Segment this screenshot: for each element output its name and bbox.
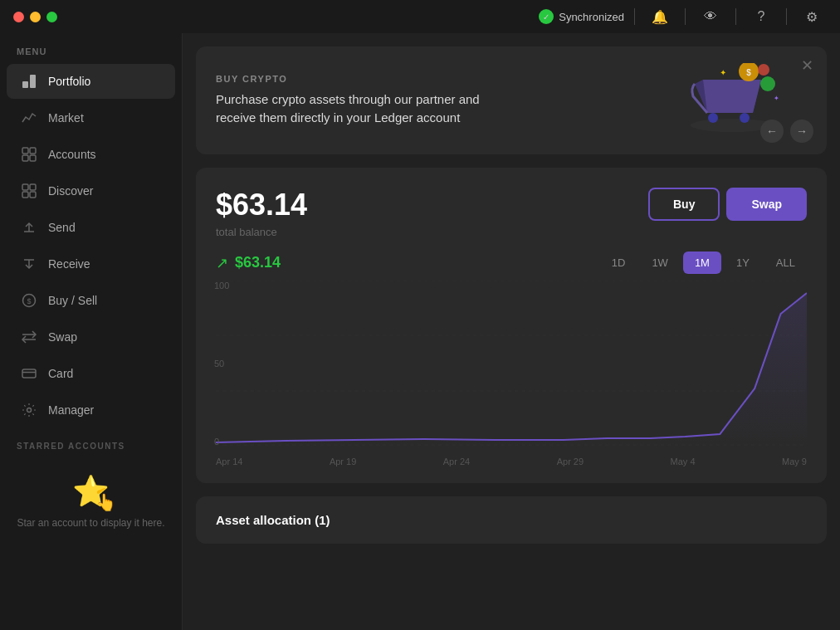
- balance-amount: $63.14: [216, 188, 307, 222]
- buy-crypto-banner: BUY CRYPTO Purchase crypto assets throug…: [196, 46, 827, 154]
- sidebar-item-receive[interactable]: Receive: [7, 247, 175, 281]
- svg-text:✦: ✦: [720, 68, 726, 77]
- starred-accounts-section: ⭐👆 Star an account to display it here.: [0, 457, 182, 547]
- sidebar-item-buy-sell[interactable]: $ Buy / Sell: [7, 283, 175, 318]
- asset-allocation-title: Asset allocation (1): [216, 513, 807, 527]
- sidebar-item-label: Swap: [48, 330, 77, 344]
- titlebar: ✓ Synchronized 🔔 👁 ? ⚙: [0, 0, 840, 33]
- sidebar-item-accounts[interactable]: Accounts: [7, 137, 175, 172]
- separator: [735, 8, 736, 25]
- svg-rect-6: [22, 184, 28, 190]
- sidebar-item-manager[interactable]: Manager: [7, 393, 175, 427]
- star-cursor-icon: ⭐👆: [72, 474, 110, 509]
- svg-rect-4: [22, 155, 28, 161]
- sidebar-item-discover[interactable]: Discover: [7, 173, 175, 208]
- banner-description: Purchase crypto assets through our partn…: [216, 90, 481, 128]
- svg-rect-16: [22, 369, 36, 378]
- sidebar-item-label: Portfolio: [48, 75, 90, 88]
- separator: [634, 8, 635, 25]
- time-filter-1d[interactable]: 1D: [600, 252, 637, 274]
- sidebar: MENU Portfolio Market: [0, 33, 183, 630]
- chart-x-apr19: Apr 19: [330, 457, 356, 466]
- send-icon: [20, 218, 38, 237]
- manager-icon: [20, 401, 38, 419]
- svg-point-20: [708, 113, 718, 123]
- swap-button[interactable]: Swap: [726, 188, 807, 221]
- banner-navigation: ← →: [760, 120, 813, 143]
- sidebar-item-card[interactable]: Card: [7, 356, 175, 391]
- maximize-button[interactable]: [46, 12, 57, 22]
- svg-point-24: [760, 76, 775, 91]
- receive-icon: [20, 255, 38, 273]
- titlebar-right: ✓ Synchronized 🔔 👁 ? ⚙: [539, 2, 827, 32]
- sync-icon: ✓: [539, 9, 554, 24]
- asset-allocation-card: Asset allocation (1): [196, 496, 827, 544]
- banner-prev-button[interactable]: ←: [760, 120, 784, 143]
- portfolio-card: $63.14 total balance Buy Swap ↗ $63.14 1…: [196, 168, 827, 483]
- sidebar-item-portfolio[interactable]: Portfolio: [7, 64, 175, 99]
- eye-icon[interactable]: 👁: [696, 2, 725, 32]
- sidebar-item-swap[interactable]: Swap: [7, 320, 175, 354]
- balance-row: $63.14 total balance Buy Swap: [216, 188, 807, 238]
- sidebar-item-send[interactable]: Send: [7, 210, 175, 245]
- content-area: BUY CRYPTO Purchase crypto assets throug…: [183, 33, 840, 630]
- svg-rect-1: [30, 75, 36, 88]
- chart-x-apr29: Apr 29: [557, 457, 584, 466]
- banner-close-button[interactable]: ✕: [801, 56, 813, 75]
- time-filter-1y[interactable]: 1Y: [725, 252, 761, 274]
- chart-x-labels: Apr 14 Apr 19 Apr 24 Apr 29 May 4 May 9: [216, 453, 807, 466]
- svg-marker-32: [216, 293, 807, 447]
- close-button[interactable]: [13, 12, 24, 22]
- card-icon: [20, 364, 38, 383]
- sync-status: ✓ Synchronized: [539, 9, 624, 24]
- market-icon: [20, 109, 38, 127]
- svg-text:$: $: [27, 297, 31, 305]
- svg-point-18: [27, 408, 32, 413]
- banner-label: BUY CRYPTO: [216, 74, 674, 84]
- settings-icon[interactable]: ⚙: [797, 2, 827, 32]
- change-row: ↗ $63.14 1D 1W 1M 1Y ALL: [216, 252, 807, 274]
- time-filters: 1D 1W 1M 1Y ALL: [600, 252, 807, 274]
- sidebar-item-label: Market: [48, 111, 84, 125]
- svg-rect-3: [30, 148, 36, 154]
- svg-rect-7: [30, 184, 36, 190]
- sidebar-item-label: Send: [48, 221, 76, 234]
- portfolio-chart: [216, 281, 807, 447]
- buy-sell-icon: $: [20, 291, 38, 310]
- change-amount: $63.14: [235, 254, 281, 271]
- buy-button[interactable]: Buy: [648, 188, 720, 221]
- help-icon[interactable]: ?: [746, 2, 776, 32]
- sidebar-item-label: Receive: [48, 257, 90, 271]
- action-buttons: Buy Swap: [648, 188, 807, 221]
- time-filter-1w[interactable]: 1W: [640, 252, 680, 274]
- separator: [685, 8, 686, 25]
- time-filter-1m[interactable]: 1M: [683, 252, 721, 274]
- svg-rect-2: [22, 148, 28, 154]
- sidebar-item-label: Manager: [48, 403, 94, 417]
- chart-container: 100 50 0 Apr 14 Apr 19 Apr 24 Apr 29 May…: [216, 281, 807, 463]
- svg-rect-8: [22, 192, 28, 198]
- minimize-button[interactable]: [30, 12, 41, 22]
- starred-accounts-label: STARRED ACCOUNTS: [0, 428, 182, 457]
- banner-next-button[interactable]: →: [790, 120, 813, 143]
- banner-text: BUY CRYPTO Purchase crypto assets throug…: [216, 74, 674, 128]
- main-layout: MENU Portfolio Market: [0, 33, 840, 630]
- balance-info: $63.14 total balance: [216, 188, 307, 238]
- svg-rect-9: [30, 192, 36, 198]
- time-filter-all[interactable]: ALL: [764, 252, 807, 274]
- chart-x-apr14: Apr 14: [216, 457, 242, 466]
- sync-text: Synchronized: [559, 11, 624, 23]
- svg-text:$: $: [746, 68, 751, 77]
- discover-icon: [20, 182, 38, 200]
- portfolio-icon: [20, 72, 38, 90]
- separator: [786, 8, 787, 25]
- bell-icon[interactable]: 🔔: [645, 2, 675, 32]
- svg-rect-0: [22, 81, 28, 88]
- svg-text:✦: ✦: [774, 95, 779, 102]
- window-controls: [13, 12, 57, 22]
- swap-icon: [20, 328, 38, 346]
- star-hint-text: Star an account to display it here.: [17, 515, 164, 530]
- svg-point-21: [740, 113, 750, 123]
- sidebar-item-market[interactable]: Market: [7, 100, 175, 135]
- chart-x-may4: May 4: [671, 457, 696, 466]
